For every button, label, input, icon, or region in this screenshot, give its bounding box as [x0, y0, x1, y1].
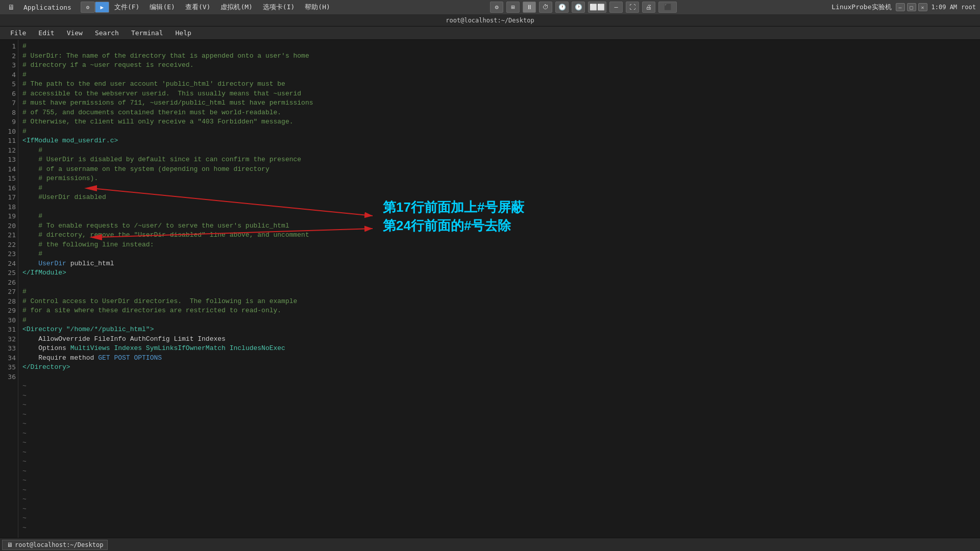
menu-edit[interactable]: Edit — [32, 28, 60, 38]
top-menu-item-0[interactable]: 文件(F) — [109, 2, 144, 13]
line-numbers: 1 2 3 4 5 6 7 8 9 10 11 12 13 14 15 16 1… — [0, 40, 18, 538]
window-title: root@localhost:~/Desktop — [446, 17, 534, 24]
user-label: root — [961, 4, 976, 11]
toolbar-btn9[interactable]: ⛶ — [626, 2, 639, 13]
vm-icon[interactable]: ⚙ — [81, 2, 95, 13]
window-controls: — □ ✕ — [896, 3, 927, 11]
toolbar-btn2[interactable]: ⊞ — [506, 2, 520, 13]
window-titlebar: root@localhost:~/Desktop — [0, 14, 980, 27]
vm-icon2[interactable]: ▶ — [95, 2, 109, 13]
menu-view[interactable]: View — [61, 28, 89, 38]
minimize-btn[interactable]: — — [896, 3, 905, 11]
code-area[interactable]: # # UserDir: The name of the directory t… — [18, 40, 980, 538]
menu-search[interactable]: Search — [89, 28, 125, 38]
toolbar-btn5[interactable]: 🕐 — [555, 2, 569, 13]
applications-menu[interactable]: Applications — [18, 3, 77, 12]
system-icon[interactable]: 🖥 — [4, 1, 18, 13]
machine-label: LinuxProbe实验机 — [831, 3, 891, 12]
maximize-btn[interactable]: □ — [907, 3, 916, 11]
taskbar-icon: 🖥 — [7, 541, 13, 548]
close-btn[interactable]: ✕ — [918, 3, 927, 11]
top-menu-item-2[interactable]: 查看(V) — [180, 2, 215, 13]
annotation-text: 第17行前面加上#号屏蔽 第24行前面的#号去除 — [383, 198, 524, 235]
toolbar-btn11[interactable]: ⬛ — [658, 2, 677, 13]
menu-file[interactable]: File — [4, 28, 32, 38]
toolbar-btn10[interactable]: 🖨 — [642, 2, 655, 13]
taskbar-terminal[interactable]: 🖥 root@localhost:~/Desktop — [2, 540, 108, 550]
taskbar-label: root@localhost:~/Desktop — [15, 541, 103, 548]
top-menu-item-5[interactable]: 帮助(H) — [300, 2, 335, 13]
top-bar-left: 🖥 Applications ⚙ ▶ 文件(F)编辑(E)查看(V)虚拟机(M)… — [4, 1, 335, 13]
toolbar-btn8[interactable]: — — [609, 2, 623, 13]
top-menu-item-4[interactable]: 选项卡(I) — [258, 2, 300, 13]
toolbar-btn3[interactable]: ⏸ — [523, 2, 536, 13]
top-bar-right: LinuxProbe实验机 — □ ✕ 1:09 AM root — [831, 3, 976, 12]
app-menu: File Edit View Search Terminal Help — [0, 27, 980, 40]
menu-help[interactable]: Help — [169, 28, 198, 38]
top-menu-item-1[interactable]: 编辑(E) — [144, 2, 180, 13]
menu-terminal[interactable]: Terminal — [125, 28, 169, 38]
toolbar-btn7[interactable]: ⬜⬜ — [588, 2, 606, 13]
top-menu-item-3[interactable]: 虚拟机(M) — [215, 2, 257, 13]
time-label: 1:09 AM — [932, 4, 958, 11]
top-bar: 🖥 Applications ⚙ ▶ 文件(F)编辑(E)查看(V)虚拟机(M)… — [0, 0, 980, 14]
annotation-line2: 第24行前面的#号去除 — [383, 216, 524, 235]
toolbar-btn6[interactable]: 🕑 — [572, 2, 585, 13]
toolbar-btn4[interactable]: ⏱ — [539, 2, 552, 13]
annotation-line1: 第17行前面加上#号屏蔽 — [383, 198, 524, 216]
taskbar: 🖥 root@localhost:~/Desktop — [0, 538, 980, 551]
editor: 1 2 3 4 5 6 7 8 9 10 11 12 13 14 15 16 1… — [0, 40, 980, 538]
toolbar-btn1[interactable]: ⚙ — [490, 2, 503, 13]
top-bar-center: ⚙ ⊞ ⏸ ⏱ 🕐 🕑 ⬜⬜ — ⛶ 🖨 ⬛ — [335, 2, 831, 13]
menu-items: 文件(F)编辑(E)查看(V)虚拟机(M)选项卡(I)帮助(H) — [109, 2, 335, 13]
